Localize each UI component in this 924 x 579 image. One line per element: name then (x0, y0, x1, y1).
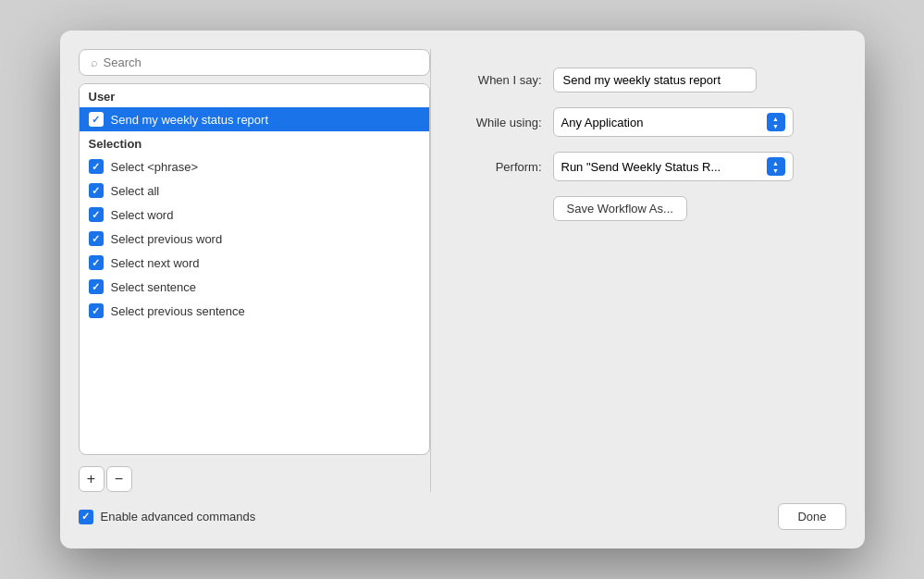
search-input[interactable] (104, 55, 418, 69)
item-label: Send my weekly status report (111, 113, 269, 127)
perform-arrow-icon (767, 157, 785, 176)
list-item[interactable]: Send my weekly status report (80, 107, 429, 131)
enable-advanced-label: Enable advanced commands (101, 510, 256, 524)
item-label: Select previous word (111, 232, 223, 246)
right-panel: When I say: Send my weekly status report… (431, 49, 846, 492)
item-label: Select sentence (111, 280, 197, 294)
perform-label: Perform: (459, 160, 542, 174)
save-workflow-row: Save Workflow As... (459, 196, 819, 221)
perform-select[interactable]: Run "Send Weekly Status R... (553, 152, 794, 181)
when-i-say-value: Send my weekly status report (553, 68, 757, 92)
dialog-footer: Enable advanced commands Done (79, 492, 846, 530)
checkbox-checked-icon (89, 183, 104, 198)
while-using-row: While using: Any Application (459, 107, 819, 137)
add-command-button[interactable]: + (79, 466, 105, 492)
list-item[interactable]: Select previous sentence (80, 299, 429, 323)
checkbox-checked-icon (89, 112, 104, 127)
enable-advanced-row: Enable advanced commands (79, 510, 256, 524)
selection-section-header: Selection (80, 131, 429, 154)
list-actions: + − (79, 466, 430, 492)
when-i-say-row: When I say: Send my weekly status report (459, 68, 819, 92)
checkbox-checked-icon (89, 231, 104, 246)
item-label: Select next word (111, 256, 200, 270)
while-using-label: While using: (459, 116, 542, 129)
checkbox-checked-icon (89, 303, 104, 318)
item-label: Select word (111, 208, 174, 222)
perform-row: Perform: Run "Send Weekly Status R... (459, 152, 819, 181)
when-i-say-label: When I say: (459, 73, 542, 87)
enable-advanced-checkbox[interactable] (79, 510, 93, 524)
list-item[interactable]: Select all (80, 179, 429, 203)
list-item[interactable]: Select word (80, 203, 429, 227)
checkbox-checked-icon (89, 207, 104, 222)
command-list: User Send my weekly status report Select… (79, 83, 430, 455)
search-bar: ⌕ (79, 49, 430, 76)
remove-command-button[interactable]: − (106, 466, 132, 492)
perform-value: Run "Send Weekly Status R... (561, 160, 721, 174)
checkbox-checked-icon (89, 279, 104, 294)
item-label: Select previous sentence (111, 304, 245, 318)
checkbox-checked-icon (89, 255, 104, 270)
search-icon: ⌕ (91, 55, 98, 69)
save-workflow-button[interactable]: Save Workflow As... (553, 196, 687, 221)
user-section-header: User (80, 84, 429, 107)
list-item[interactable]: Select <phrase> (80, 154, 429, 179)
list-item[interactable]: Select previous word (80, 227, 429, 251)
left-panel: ⌕ User Send my weekly status report Sele… (79, 49, 430, 492)
item-label: Select all (111, 184, 160, 198)
while-using-value: Any Application (561, 116, 644, 129)
select-arrow-icon (767, 113, 785, 131)
dialog: ⌕ User Send my weekly status report Sele… (60, 31, 865, 548)
item-label: Select <phrase> (111, 160, 199, 174)
list-item[interactable]: Select next word (80, 251, 429, 275)
list-item[interactable]: Select sentence (80, 275, 429, 299)
done-button[interactable]: Done (778, 503, 845, 530)
while-using-select[interactable]: Any Application (553, 107, 794, 137)
dialog-body: ⌕ User Send my weekly status report Sele… (79, 49, 846, 492)
checkbox-checked-icon (89, 159, 104, 174)
